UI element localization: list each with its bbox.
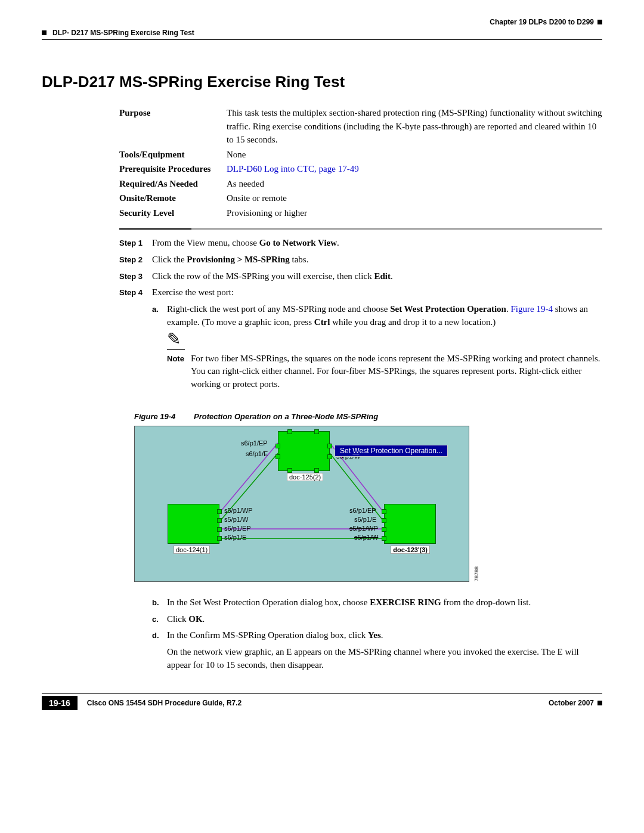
section-label: DLP- D217 MS-SPRing Exercise Ring Test (52, 29, 194, 37)
port-label: s6/p1/EP (224, 525, 251, 532)
substep-c-content: Click OK. (167, 613, 602, 626)
note-label: Note (167, 352, 191, 391)
page-number: 19-16 (42, 696, 78, 710)
tools-label: Tools/Equipment (119, 148, 227, 162)
step3-label: Step 3 (119, 270, 152, 283)
substep-c-label: c. (152, 613, 167, 626)
section-marker (42, 30, 47, 35)
node-right-label: doc-123'(3) (391, 546, 430, 554)
port-label: s6/p1/EP (241, 439, 268, 447)
substep-a-content: Right-click the west port of any MS-SPRi… (167, 303, 602, 329)
port-label: s6/p1/E (246, 450, 268, 457)
substep-d-content: In the Confirm MS-SPRing Operation dialo… (167, 629, 602, 671)
footer-doc-title: Cisco ONS 15454 SDH Procedure Guide, R7.… (87, 699, 242, 707)
port-label: s5/p1/W (224, 516, 248, 523)
chapter-label: Chapter 19 DLPs D200 to D299 (490, 18, 594, 26)
step2-label: Step 2 (119, 253, 152, 267)
required-text: As needed (227, 177, 602, 191)
node-left (168, 504, 219, 544)
node-left-label: doc-124(1) (174, 546, 210, 554)
security-label: Security Level (119, 206, 227, 220)
context-menu[interactable]: Set West Protection Operation... (335, 445, 448, 457)
step3-content: Click the row of the MS-SPRing you will … (152, 270, 602, 283)
onsite-label: Onsite/Remote (119, 191, 227, 205)
step2-content: Click the Provisioning > MS-SPRing tabs. (152, 253, 602, 267)
onsite-text: Onsite or remote (227, 191, 602, 205)
port-label: s6/p1/E (224, 534, 246, 541)
note-icon: ✎ (167, 335, 185, 350)
prereq-link[interactable]: DLP-D60 Log into CTC, page 17-49 (227, 164, 359, 174)
node-top-label: doc-125(2) (287, 473, 323, 481)
substep-b-label: b. (152, 596, 167, 609)
info-table: Purpose This task tests the multiplex se… (119, 106, 602, 219)
port-label: s5/p1/WP (224, 507, 253, 514)
note-text: For two fiber MS-SPRings, the squares on… (191, 352, 602, 391)
step1-label: Step 1 (119, 237, 152, 250)
figure-caption: Figure 19-4Protection Operation on a Thr… (134, 412, 602, 421)
substep-a-label: a. (152, 303, 167, 329)
substep-d-label: d. (152, 629, 167, 671)
security-text: Provisioning or higher (227, 206, 602, 220)
purpose-text: This task tests the multiplex section-sh… (227, 106, 602, 147)
substep-b-content: In the Set West Protection Operation dia… (167, 596, 602, 609)
purpose-label: Purpose (119, 106, 227, 147)
header-marker (597, 20, 602, 24)
figure-link[interactable]: Figure 19-4 (510, 304, 552, 314)
port-label: s5/p1/W (354, 534, 378, 541)
divider (119, 228, 602, 230)
figure-diagram: s6/p1/EP s6/p1/E s5/p1/W s5/p1/WP s5/p1/… (134, 426, 469, 582)
tools-text: None (227, 148, 602, 162)
port-label: s6/p1/EP (349, 507, 376, 514)
node-top (278, 431, 330, 471)
footer: 19-16 Cisco ONS 15454 SDH Procedure Guid… (42, 693, 602, 710)
footer-date: October 2007 (549, 699, 594, 707)
page-title: DLP-D217 MS-SPRing Exercise Ring Test (42, 73, 602, 91)
step1-content: From the View menu, choose Go to Network… (152, 237, 602, 250)
required-label: Required/As Needed (119, 177, 227, 191)
step4-label: Step 4 (119, 286, 152, 397)
figure-id: 78788 (473, 566, 479, 581)
node-right (384, 504, 436, 544)
port-label: s5/p1/WP (349, 525, 378, 532)
footer-marker (597, 701, 602, 705)
port-label: s6/p1/E (354, 516, 376, 523)
step4-content: Exercise the west port: a. Right-click t… (152, 286, 602, 397)
prereq-label: Prerequisite Procedures (119, 162, 227, 176)
